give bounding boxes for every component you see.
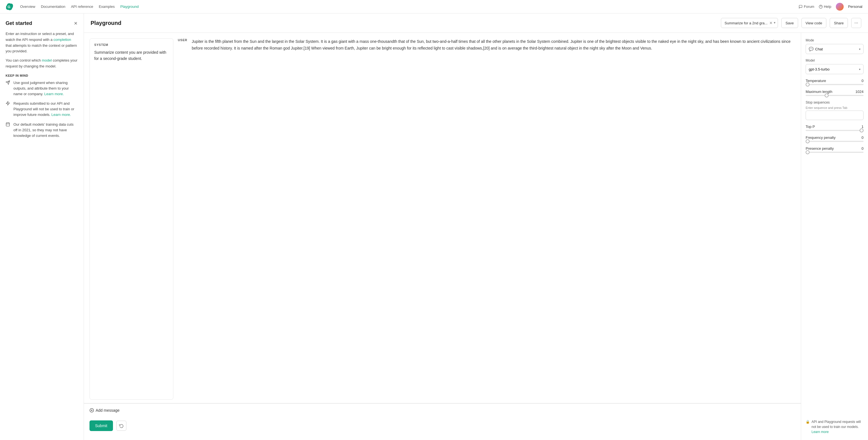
share-button[interactable]: Share [830, 18, 848, 28]
user-avatar[interactable] [836, 3, 844, 11]
messages-inner: SYSTEM Summarize content you are provide… [84, 38, 801, 400]
add-message-label: Add message [96, 408, 120, 413]
help-icon [819, 5, 823, 9]
calendar-icon [6, 122, 11, 127]
nav-overview[interactable]: Overview [20, 4, 35, 9]
freq-penalty-section: Frequency penalty 0 [806, 136, 864, 142]
temperature-slider[interactable] [806, 84, 864, 85]
sidebar-item-requests: Requests submitted to our API and Playgr… [6, 101, 78, 118]
history-button[interactable] [116, 421, 126, 431]
add-message-button[interactable]: Add message [90, 407, 120, 414]
nav-api-reference[interactable]: API reference [71, 4, 93, 9]
content-header: Playground Summarize for a 2nd gra... ✕ … [84, 13, 868, 33]
forum-icon [799, 5, 803, 9]
stop-sequences-input[interactable] [806, 111, 864, 120]
mode-value: Chat [815, 47, 857, 51]
top-p-section: Top P 1 [806, 124, 864, 131]
sidebar-item-requests-text: Requests submitted to our API and Playgr… [13, 101, 78, 118]
model-label: Model [806, 59, 864, 62]
lightning-icon [6, 101, 11, 106]
mode-dropdown[interactable]: 💬 Chat ▾ [806, 44, 864, 54]
right-panel: Mode 💬 Chat ▾ Model gpt-3.5-turbo ▾ [801, 33, 868, 440]
sidebar-header: Get started ✕ [6, 20, 78, 27]
top-p-label: Top P [806, 124, 815, 129]
nav-playground[interactable]: Playground [120, 4, 139, 9]
model-dropdown[interactable]: gpt-3.5-turbo ▾ [806, 64, 864, 74]
nav-documentation[interactable]: Documentation [41, 4, 65, 9]
requests-learn-more-link[interactable]: Learn more. [52, 113, 71, 117]
top-p-value: 1 [862, 124, 864, 129]
sidebar-desc1: Enter an instruction or select a preset,… [6, 31, 78, 54]
footer-text: API and Playground requests will not be … [811, 419, 864, 434]
freq-penalty-slider[interactable] [806, 141, 864, 142]
messages-panel: SYSTEM Summarize content you are provide… [84, 33, 801, 440]
navigation: G Overview Documentation API reference E… [0, 0, 868, 13]
chat-icon: 💬 [809, 47, 813, 51]
sidebar-item-training-text: Our default models' training data cuts o… [13, 122, 78, 139]
mode-section: Mode 💬 Chat ▾ [806, 38, 864, 54]
system-content[interactable]: Summarize content you are provided with … [94, 49, 168, 62]
temperature-row: Temperature 0 [806, 79, 864, 83]
history-icon [119, 423, 124, 428]
stop-seq-hint: Enter sequence and press Tab [806, 106, 864, 110]
freq-penalty-value: 0 [862, 136, 864, 140]
sidebar-desc3-text: You can control which [6, 58, 42, 62]
model-chevron-icon: ▾ [859, 68, 861, 71]
preset-selector[interactable]: Summarize for a 2nd gra... ✕ ▾ [721, 18, 778, 28]
user-message: USER Jupiter is the fifth planet from th… [178, 38, 795, 400]
submit-button[interactable]: Submit [90, 420, 113, 431]
openai-logo[interactable]: G [6, 3, 13, 11]
user-label: USER [178, 38, 187, 42]
submit-area: Submit [84, 417, 801, 434]
nav-examples[interactable]: Examples [99, 4, 115, 9]
presence-penalty-slider[interactable] [806, 152, 864, 153]
user-content[interactable]: Jupiter is the fifth planet from the Sun… [192, 38, 795, 55]
model-link[interactable]: model [42, 58, 52, 62]
save-button[interactable]: Save [781, 18, 798, 28]
top-p-slider[interactable] [806, 130, 864, 131]
forum-label: Forum [804, 4, 814, 9]
presence-penalty-row: Presence penalty 0 [806, 146, 864, 151]
sidebar-desc3: You can control which model completes yo… [6, 58, 78, 69]
max-length-label: Maximum length [806, 90, 832, 94]
stop-sequences-label: Stop sequences [806, 100, 864, 105]
temperature-value: 0 [862, 79, 864, 83]
mode-label: Mode [806, 38, 864, 42]
freq-penalty-label: Frequency penalty [806, 136, 836, 140]
add-message-area: Add message [84, 403, 801, 417]
lock-icon: 🔒 [806, 419, 810, 424]
system-box: SYSTEM Summarize content you are provide… [90, 38, 174, 400]
model-value: gpt-3.5-turbo [809, 67, 857, 71]
mode-chevron-icon: ▾ [859, 48, 861, 51]
user-name[interactable]: Personal [848, 4, 862, 9]
plus-circle-icon [90, 408, 94, 413]
help-link[interactable]: Help [819, 4, 831, 9]
sidebar-desc2-text: that attempts to match the context or pa… [6, 43, 77, 54]
stop-sequences-section: Stop sequences Enter sequence and press … [806, 100, 864, 120]
model-section: Model gpt-3.5-turbo ▾ [806, 59, 864, 74]
presence-penalty-section: Presence penalty 0 [806, 146, 864, 153]
sidebar: Get started ✕ Enter an instruction or se… [0, 13, 84, 440]
sidebar-item-share: Use good judgment when sharing outputs, … [6, 80, 78, 97]
max-length-section: Maximum length 1024 [806, 90, 864, 96]
share-learn-more-link[interactable]: Learn more. [44, 92, 64, 96]
sidebar-title: Get started [6, 21, 32, 26]
svg-rect-6 [6, 123, 9, 126]
clear-icon[interactable]: ✕ [769, 21, 773, 25]
footer-learn-more-link[interactable]: Learn more [811, 430, 829, 434]
forum-link[interactable]: Forum [799, 4, 814, 9]
max-length-slider[interactable] [806, 95, 864, 96]
preset-icons: ✕ ▾ [769, 21, 775, 25]
close-button[interactable]: ✕ [73, 20, 78, 27]
view-code-button[interactable]: View code [801, 18, 827, 28]
more-options-button[interactable]: ··· [851, 18, 861, 28]
completion-link[interactable]: completion [54, 37, 71, 42]
temperature-section: Temperature 0 [806, 79, 864, 85]
help-label: Help [824, 4, 831, 9]
chevron-down-icon[interactable]: ▾ [774, 21, 775, 25]
main-layout: Get started ✕ Enter an instruction or se… [0, 13, 868, 440]
content-area: Playground Summarize for a 2nd gra... ✕ … [84, 13, 868, 440]
top-p-row: Top P 1 [806, 124, 864, 129]
send-icon [6, 80, 11, 85]
temperature-label: Temperature [806, 79, 826, 83]
